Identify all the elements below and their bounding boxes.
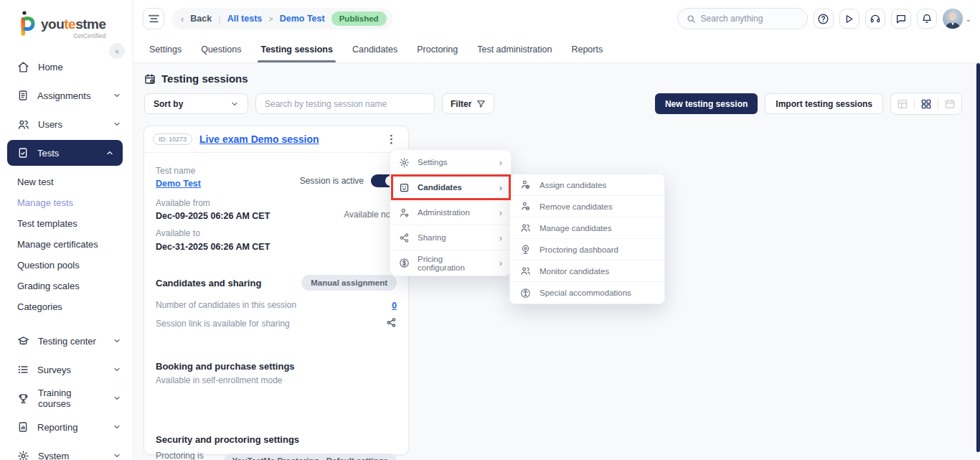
menu-item-label: Administration (418, 208, 470, 217)
chevron-down-icon (113, 451, 121, 460)
sidebar-subitem-new-test[interactable]: New test (0, 172, 133, 192)
sidebar-item-label: Tests (37, 148, 59, 159)
global-search-input[interactable] (701, 14, 794, 24)
available-from-value: Dec-09-2025 06:26 AM CET (156, 210, 270, 222)
test-name-link[interactable]: Demo Test (156, 179, 201, 189)
hamburger-icon (149, 14, 159, 23)
candidates-count-link[interactable]: 0 (392, 301, 397, 311)
sidebar-subitem-question-pools[interactable]: Question pools (0, 255, 133, 276)
sidebar-item-system[interactable]: System (0, 441, 133, 460)
page-title-row: Testing sessions (144, 72, 248, 85)
user-menu[interactable]: ⌄ (943, 9, 971, 29)
headset-icon (870, 13, 881, 24)
submenu-item-proctoring-dashboard[interactable]: Proctoring dashboard (510, 239, 664, 260)
training-courses-icon (17, 393, 29, 405)
person-gear-icon (399, 207, 410, 218)
sidebar-item-tests[interactable]: Tests (7, 140, 123, 166)
play-icon (844, 14, 854, 24)
avatar-image (943, 9, 963, 29)
webcam-icon (520, 244, 531, 255)
help-button[interactable] (814, 9, 834, 29)
sidebar-item-surveys[interactable]: Surveys (0, 355, 133, 384)
search-icon (687, 14, 696, 24)
new-testing-session-button[interactable]: New testing session (655, 93, 758, 114)
submenu-item-manage-candidates[interactable]: Manage candidates (510, 217, 664, 239)
sidebar-item-users[interactable]: Users (0, 110, 133, 139)
vertical-scrollbar[interactable] (976, 63, 980, 452)
tab-questions[interactable]: Questions (201, 37, 241, 62)
session-id-badge: ID: 10273 (153, 133, 192, 145)
sidebar-subitem-grading-scales[interactable]: Grading scales (0, 276, 133, 296)
menu-item-pricing-configuration[interactable]: Pricing configuration › (390, 250, 511, 276)
menu-toggle-button[interactable] (143, 8, 164, 29)
session-search-input[interactable] (265, 99, 425, 109)
calendar-view-button[interactable] (944, 98, 956, 110)
sort-by-select[interactable]: Sort by (144, 93, 248, 114)
tutorial-button[interactable] (839, 9, 859, 29)
menu-item-candidates[interactable]: Candidates › (390, 175, 511, 200)
booking-heading: Booking and purchase settings (156, 361, 397, 372)
chevron-right-icon: › (499, 182, 502, 193)
submenu-item-assign-candidates[interactable]: Assign candidates (510, 174, 664, 196)
submenu-item-special-accommodations[interactable]: Special accommodations (510, 282, 664, 304)
gear-icon (17, 450, 29, 460)
chat-button[interactable] (891, 9, 911, 29)
sidebar-item-training-courses[interactable]: Training courses (0, 384, 133, 413)
grid-view-button[interactable] (920, 98, 932, 110)
chevron-down-icon: ⌄ (966, 15, 971, 23)
submenu-item-monitor-candidates[interactable]: Monitor candidates (510, 260, 664, 282)
tab-testing-sessions[interactable]: Testing sessions (260, 37, 333, 62)
global-search[interactable] (677, 8, 808, 29)
tab-candidates[interactable]: Candidates (352, 37, 397, 62)
sidebar-nav-lower: Testing center Surveys Training courses … (0, 327, 133, 460)
sidebar-collapse-button[interactable]: « (109, 43, 125, 59)
import-testing-sessions-button[interactable]: Import testing sessions (765, 93, 883, 114)
menu-item-settings[interactable]: Settings › (390, 150, 511, 175)
calendar-view-icon (944, 98, 956, 110)
filter-button[interactable]: Filter (442, 93, 494, 114)
tab-reports[interactable]: Reports (571, 37, 603, 62)
sidebar-subitem-categories[interactable]: Categories (0, 296, 133, 317)
id-badge-icon (399, 182, 410, 193)
back-button[interactable]: Back (190, 14, 212, 24)
session-search[interactable] (255, 93, 435, 114)
notifications-button[interactable] (917, 9, 937, 29)
sidebar-subitem-test-templates[interactable]: Test templates (0, 213, 133, 234)
breadcrumb-current[interactable]: Demo Test (280, 14, 325, 24)
assignment-type-badge: Manual assignment (301, 275, 397, 291)
sidebar-item-label: Users (38, 119, 62, 130)
bell-icon (921, 13, 933, 24)
sidebar-item-reporting[interactable]: Reporting (0, 413, 133, 441)
available-now-text: Available now (344, 210, 397, 220)
sidebar-subitem-manage-tests[interactable]: Manage tests (0, 192, 133, 213)
kebab-menu-button[interactable]: ⋮ (383, 133, 400, 146)
tab-proctoring[interactable]: Proctoring (417, 37, 458, 62)
support-button[interactable] (865, 9, 885, 29)
tab-test-administration[interactable]: Test administration (477, 37, 552, 62)
avatar[interactable] (943, 9, 963, 29)
submenu-item-label: Special accommodations (540, 288, 631, 297)
sidebar-item-testing-center[interactable]: Testing center (0, 327, 133, 355)
breadcrumb-all-tests[interactable]: All tests (227, 14, 263, 24)
chevron-down-icon (113, 91, 121, 100)
menu-item-administration[interactable]: Administration › (390, 200, 511, 225)
testing-session-card: ID: 10273 Live exam Demo session ⋮ Test … (143, 126, 409, 455)
sidebar-subitem-manage-certificates[interactable]: Manage certificates (0, 234, 133, 255)
menu-item-label: Candidates (418, 183, 462, 192)
sidebar-item-assignments[interactable]: Assignments (0, 81, 133, 110)
session-card-header: ID: 10273 Live exam Demo session ⋮ (144, 126, 408, 153)
table-view-button[interactable] (897, 98, 908, 110)
test-name-label: Test name (156, 166, 201, 177)
menu-item-sharing[interactable]: Sharing › (390, 225, 511, 250)
share-link-icon[interactable] (386, 317, 397, 331)
session-title-link[interactable]: Live exam Demo session (199, 133, 319, 145)
toolbar-left: Sort by Filter (144, 93, 494, 114)
submenu-item-remove-candidates[interactable]: Remove candidates (510, 196, 664, 217)
brand-logo: youtestme GetCertified (0, 0, 133, 39)
chevron-down-icon (113, 337, 121, 345)
available-to-label: Available to (156, 228, 397, 240)
brand-wordmark: youtestme (41, 17, 106, 31)
tab-settings[interactable]: Settings (149, 37, 182, 62)
view-toggle-divider (938, 98, 938, 110)
session-active-label: Session is active (300, 176, 364, 186)
